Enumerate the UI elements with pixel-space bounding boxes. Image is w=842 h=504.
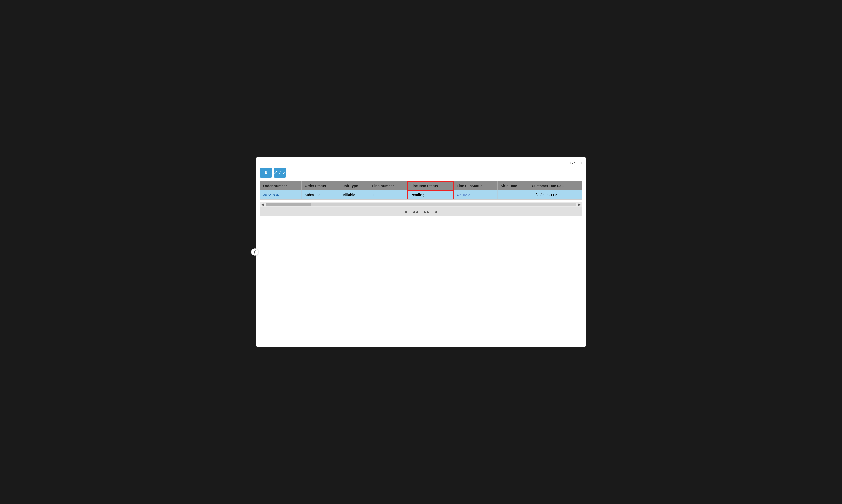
table-header-row: Order Number Order Status Job Type Line … bbox=[260, 181, 582, 191]
side-nav-left[interactable]: ❮ bbox=[251, 249, 258, 255]
cell-job-type: Billable bbox=[340, 191, 369, 199]
scroll-right-arrow[interactable]: ▶ bbox=[579, 202, 581, 206]
horizontal-scrollbar[interactable]: ◀ ▶ bbox=[260, 202, 582, 207]
cell-order-status: Submitted bbox=[302, 191, 340, 199]
toolbar: ⬇ ✓✓✓ bbox=[260, 167, 582, 178]
pagination-last[interactable]: ⏭ bbox=[434, 210, 439, 214]
pagination-first[interactable]: ⏮ bbox=[403, 210, 408, 214]
col-header-line-number[interactable]: Line Number bbox=[369, 181, 408, 191]
pagination-top: 1 - 1 of 1 bbox=[260, 161, 582, 165]
cell-customer-due-date: 11/23/2023 11:5 bbox=[529, 191, 582, 199]
scrollbar-track[interactable] bbox=[265, 202, 577, 206]
download-icon: ⬇ bbox=[264, 169, 268, 176]
pagination-next[interactable]: ▶▶ bbox=[424, 210, 430, 214]
columns-button[interactable]: ✓✓✓ bbox=[274, 167, 286, 178]
cell-line-substatus: On Hold bbox=[454, 191, 498, 199]
table-row: 30721834 Submitted Billable 1 Pending bbox=[260, 191, 582, 199]
cell-order-number: 30721834 bbox=[260, 191, 302, 199]
data-table: Order Number Order Status Job Type Line … bbox=[260, 181, 582, 199]
cell-ship-date bbox=[498, 191, 529, 199]
col-header-order-number[interactable]: Order Number bbox=[260, 181, 302, 191]
pagination-bar: ⏮ ◀◀ ▶▶ ⏭ bbox=[260, 207, 582, 216]
col-header-line-item-status[interactable]: Line Item Status bbox=[408, 181, 454, 191]
cell-line-item-status: Pending bbox=[408, 191, 454, 199]
order-number-link[interactable]: 30721834 bbox=[263, 193, 279, 197]
col-header-ship-date[interactable]: Ship Date bbox=[498, 181, 529, 191]
scroll-left-arrow[interactable]: ◀ bbox=[261, 202, 263, 206]
col-header-job-type[interactable]: Job Type bbox=[340, 181, 369, 191]
download-button[interactable]: ⬇ bbox=[260, 167, 272, 178]
col-header-customer-due-date[interactable]: Customer Due Da... bbox=[529, 181, 582, 191]
col-header-line-substatus[interactable]: Line SubStatus bbox=[454, 181, 498, 191]
main-container: ❮ 1 - 1 of 1 ⬇ ✓✓✓ Order Number Order St… bbox=[255, 157, 587, 347]
pagination-top-label: 1 - 1 of 1 bbox=[569, 161, 582, 165]
data-table-wrapper: Order Number Order Status Job Type Line … bbox=[260, 181, 582, 200]
col-header-order-status[interactable]: Order Status bbox=[302, 181, 340, 191]
scrollbar-thumb[interactable] bbox=[265, 202, 311, 206]
chevron-left-icon: ❮ bbox=[253, 250, 256, 254]
cell-line-number: 1 bbox=[369, 191, 408, 199]
columns-icon: ✓✓✓ bbox=[274, 169, 287, 176]
pagination-prev[interactable]: ◀◀ bbox=[412, 210, 418, 214]
